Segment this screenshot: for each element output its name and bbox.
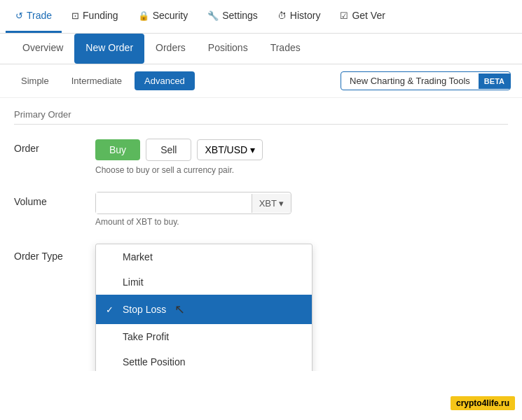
- section-primary-order: Primary Order: [14, 109, 508, 125]
- currency-pair-chevron: ▾: [250, 144, 255, 155]
- settings-icon: 🔧: [207, 10, 219, 21]
- option-label-limit: Limit: [123, 276, 144, 288]
- dropdown-option-stoploss[interactable]: ✓ Stop Loss ↖: [96, 295, 312, 324]
- nav-label-trade: Trade: [27, 10, 52, 21]
- subnav-neworder[interactable]: New Order: [74, 34, 144, 64]
- nav-label-getver: Get Ver: [352, 10, 385, 21]
- nav-item-settings[interactable]: 🔧 Settings: [198, 0, 268, 33]
- dropdown-option-limit[interactable]: Limit: [96, 270, 312, 295]
- order-type-label: Order Type: [14, 244, 84, 262]
- volume-controls: XBT ▾ Amount of XBT to buy.: [95, 192, 508, 227]
- nav-label-security: Security: [153, 10, 188, 21]
- beta-tag: BETA: [479, 74, 510, 89]
- tab-simple[interactable]: Simple: [11, 71, 59, 90]
- security-icon: 🔒: [138, 10, 149, 21]
- funding-icon: ⊡: [71, 10, 79, 21]
- trade-icon: ↺: [15, 10, 23, 21]
- sub-navigation: Overview New Order Orders Positions Trad…: [0, 34, 522, 64]
- option-label-market: Market: [123, 251, 153, 262]
- nav-label-settings: Settings: [222, 10, 258, 21]
- volume-unit-chevron: ▾: [279, 198, 284, 209]
- buy-sell-group: Buy Sell XBT/USD ▾: [95, 139, 508, 161]
- volume-label: Volume: [14, 192, 84, 207]
- option-label-settleposition: Settle Position: [123, 356, 186, 368]
- subnav-overview[interactable]: Overview: [11, 34, 74, 64]
- check-stoploss: ✓: [106, 304, 117, 315]
- order-type-controls: Market Limit ✓ Stop Loss ↖ Take Profit: [95, 244, 312, 353]
- order-controls: Buy Sell XBT/USD ▾ Choose to buy or sell…: [95, 139, 508, 175]
- nav-item-funding[interactable]: ⊡ Funding: [62, 0, 128, 33]
- option-label-stoploss: Stop Loss: [123, 304, 166, 315]
- order-hint: Choose to buy or sell a currency pair.: [95, 165, 508, 175]
- history-icon: ⏱: [277, 10, 287, 21]
- getver-icon: ☑: [340, 10, 348, 21]
- dropdown-option-takeprofit[interactable]: Take Profit: [96, 324, 312, 349]
- subnav-trades[interactable]: Trades: [259, 34, 312, 64]
- top-navigation: ↺ Trade ⊡ Funding 🔒 Security 🔧 Settings …: [0, 0, 522, 34]
- nav-item-getver[interactable]: ☑ Get Ver: [330, 0, 394, 33]
- nav-item-security[interactable]: 🔒 Security: [128, 0, 198, 33]
- cursor-arrow: ↖: [174, 302, 185, 317]
- volume-hint: Amount of XBT to buy.: [95, 217, 508, 227]
- main-content: Primary Order Order Buy Sell XBT/USD ▾ C…: [0, 98, 522, 371]
- subnav-orders[interactable]: Orders: [144, 34, 197, 64]
- volume-input[interactable]: [96, 192, 252, 214]
- nav-label-history: History: [290, 10, 321, 21]
- beta-label: New Charting & Trading Tools: [341, 72, 479, 90]
- order-type-row: Order Type Market Limit ✓ Stop Loss: [14, 244, 508, 353]
- volume-row: Volume XBT ▾ Amount of XBT to buy.: [14, 192, 508, 227]
- dropdown-menu: Market Limit ✓ Stop Loss ↖ Take Profit: [95, 244, 312, 371]
- buy-button[interactable]: Buy: [95, 139, 140, 160]
- nav-label-funding: Funding: [83, 10, 118, 21]
- volume-input-group: XBT ▾: [95, 192, 291, 214]
- nav-item-trade[interactable]: ↺ Trade: [6, 0, 62, 33]
- subnav-positions[interactable]: Positions: [197, 34, 259, 64]
- nav-item-history[interactable]: ⏱ History: [268, 0, 331, 33]
- order-label: Order: [14, 139, 84, 154]
- volume-unit-select[interactable]: XBT ▾: [252, 194, 291, 213]
- sell-button[interactable]: Sell: [146, 139, 191, 161]
- dropdown-option-market[interactable]: Market: [96, 244, 312, 270]
- tab-advanced[interactable]: Advanced: [135, 71, 195, 90]
- dropdown-option-settleposition[interactable]: Settle Position: [96, 349, 312, 371]
- currency-pair-value: XBT/USD: [205, 144, 247, 155]
- currency-pair-select[interactable]: XBT/USD ▾: [197, 139, 263, 160]
- option-label-takeprofit: Take Profit: [123, 331, 169, 342]
- tab-intermediate[interactable]: Intermediate: [62, 71, 132, 90]
- order-row: Order Buy Sell XBT/USD ▾ Choose to buy o…: [14, 139, 508, 175]
- volume-unit-value: XBT: [259, 198, 277, 209]
- beta-charting-button[interactable]: New Charting & Trading Tools BETA: [341, 71, 511, 90]
- order-type-tabs-bar: Simple Intermediate Advanced New Chartin…: [0, 64, 522, 98]
